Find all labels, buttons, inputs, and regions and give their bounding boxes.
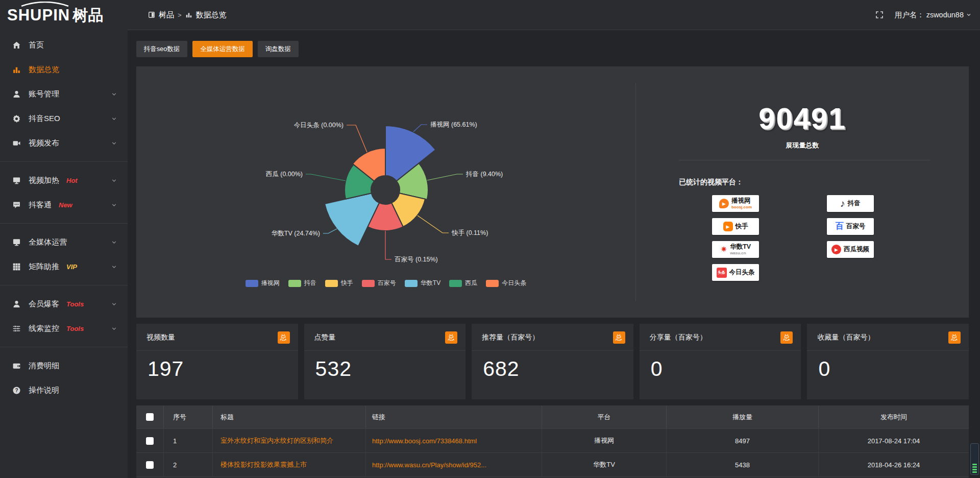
chevron-down-icon [111,301,117,307]
legend-item-douyin[interactable]: 抖音 [288,279,316,288]
sidebar-item-badge: Tools [66,300,84,308]
video-icon [12,139,22,148]
breadcrumb-current: 数据总览 [196,10,227,20]
breadcrumb: 树品 > 数据总览 [148,10,227,20]
table-row-2: 2楼体投影灯投影效果震撼上市http://www.wasu.cn/Play/sh… [136,452,969,476]
cell-platform: 播视网 [542,429,667,452]
total-badge[interactable]: 总 [613,331,625,344]
legend-label: 百家号 [378,279,396,288]
chevron-down-icon [111,202,117,208]
cell-url-link[interactable]: http://www.wasu.cn/Play/show/id/952... [366,453,542,476]
stat-cards: 视频数量总197点赞量总532推荐量（百家号）总682分享量（百家号）总0收藏量… [136,324,969,399]
cell-url-link[interactable]: http://www.boosj.com/7338468.html [366,429,542,452]
sidebar-item-consume-detail[interactable]: 消费明细 [0,353,128,378]
home-icon [12,41,22,50]
sidebar-item-video-publish[interactable]: 视频发布 [0,131,128,155]
sidebar-item-label: 全媒体运营 [29,237,67,247]
chart-icon [12,65,22,74]
sidebar-item-member-burst[interactable]: 会员爆客Tools [0,292,128,316]
fullscreen-icon[interactable] [875,11,884,19]
sidebar-item-label: 操作说明 [29,386,59,395]
app-square-icon [148,11,155,18]
sidebar-item-label: 消费明细 [29,361,59,371]
pie-label-line [418,216,449,233]
videos-table: 序号标题链接平台播放量发布时间1室外水纹灯和室内水纹灯的区别和简介http://… [136,405,969,478]
total-badge[interactable]: 总 [278,331,290,344]
table-header-row: 序号标题链接平台播放量发布时间 [136,405,969,428]
breadcrumb-root[interactable]: 树品 [159,10,174,20]
chevron-down-icon [111,140,117,147]
platform-chip-douyin: ♪抖音 [827,195,874,212]
scroll-widget-bar [972,466,977,468]
legend-item-boosj[interactable]: 播视网 [246,279,280,288]
wasu-logo-icon: ✷ [720,244,727,255]
row-checkbox[interactable] [146,461,154,469]
scroll-widget[interactable] [970,443,979,475]
topbar-right: 用户名：zswodun88 [875,10,972,20]
platform-name: 华数TV [730,244,751,250]
platform-name: 百家号 [846,223,866,230]
scroll-widget-bar [972,464,977,465]
legend-item-baijiahao[interactable]: 百家号 [362,279,396,288]
total-badge[interactable]: 总 [948,331,961,344]
cell-title-link[interactable]: 楼体投影灯投影效果震撼上市 [213,453,366,476]
platform-name: 快手 [736,223,748,230]
tab-omni-media-data[interactable]: 全媒体运营数据 [192,41,253,57]
sidebar-item-label: 数据总览 [29,65,59,75]
screen-icon [12,176,22,185]
sidebar-item-operation-guide[interactable]: ?操作说明 [0,378,128,402]
logo-arc [19,2,70,7]
pie-slice-wasu[interactable] [325,193,379,246]
cell-plays: 5438 [667,453,819,476]
sidebar-item-matrix-boost[interactable]: 矩阵助推VIP [0,254,128,279]
sidebar-item-account-manage[interactable]: 账号管理 [0,82,128,106]
user-menu[interactable]: 用户名：zswodun88 [895,10,972,20]
stat-card-label: 点赞量 [314,333,336,342]
legend-label: 快手 [341,279,353,288]
app-logo: SHUPIN树品 [0,0,128,26]
chevron-down-icon [111,177,117,184]
legend-item-wasu[interactable]: 华数TV [405,279,440,288]
legend-item-xigua[interactable]: 西瓜 [449,279,477,288]
sidebar-item-data-overview[interactable]: 数据总览 [0,57,128,82]
pie-label: 快手 (0.11%) [451,229,488,236]
sidebar-divider [0,285,128,285]
pie-label: 播视网 (65.61%) [430,121,477,128]
sidebar-item-home[interactable]: 首页 [0,33,128,57]
platform-chip-kuaishou: ▶快手 [712,218,759,235]
stat-card-label: 收藏量（百家号） [817,333,874,342]
row-checkbox[interactable] [146,437,154,445]
sidebar-item-video-heat[interactable]: 视频加热Hot [0,168,128,193]
sidebar-item-label: 首页 [29,40,44,50]
select-all-checkbox[interactable] [146,413,154,421]
tab-inquiry-data[interactable]: 询盘数据 [258,41,299,57]
summary-divider [679,160,930,160]
tab-douyin-seo-data[interactable]: 抖音seo数据 [136,41,187,57]
sidebar-item-omni-media[interactable]: 全媒体运营 [0,230,128,254]
chevron-down-icon [966,12,972,18]
sliders-icon [12,324,22,333]
sidebar-item-label: 抖客通 [29,200,52,210]
chevron-down-icon [111,264,117,270]
username-value: zswodun88 [926,11,964,19]
total-badge[interactable]: 总 [445,331,457,344]
sidebar-item-douyin-seo[interactable]: 抖音SEO [0,106,128,131]
platform-chip-baijiahao: 百百家号 [827,218,874,235]
scroll-widget-bar [972,469,977,470]
total-badge[interactable]: 总 [780,331,793,344]
legend-label: 西瓜 [465,279,477,288]
pie-label-line [306,174,346,181]
legend-item-kuaishou[interactable]: 快手 [325,279,353,288]
platform-name: 抖音 [848,200,861,207]
cell-title-link[interactable]: 室外水纹灯和室内水纹灯的区别和简介 [213,429,366,452]
sidebar-item-clue-monitor[interactable]: 线索监控Tools [0,316,128,341]
sidebar-item-label: 矩阵助推 [29,262,59,272]
sidebar-item-douketong[interactable]: 抖客通New [0,193,128,217]
chart-panel: 播视网 (65.61%)抖音 (9.40%)快手 (0.11%)百家号 (0.1… [136,66,969,318]
legend-item-toutiao[interactable]: 今日头条 [486,279,526,288]
sidebar: SHUPIN树品 首页数据总览账号管理抖音SEO视频发布视频加热Hot抖客通Ne… [0,0,128,478]
platform-name: 西瓜视频 [844,246,869,253]
baijiahao-logo-icon: 百 [836,221,844,232]
stat-card-4: 收藏量（百家号）总0 [807,324,969,399]
col-header-title: 标题 [213,405,366,428]
